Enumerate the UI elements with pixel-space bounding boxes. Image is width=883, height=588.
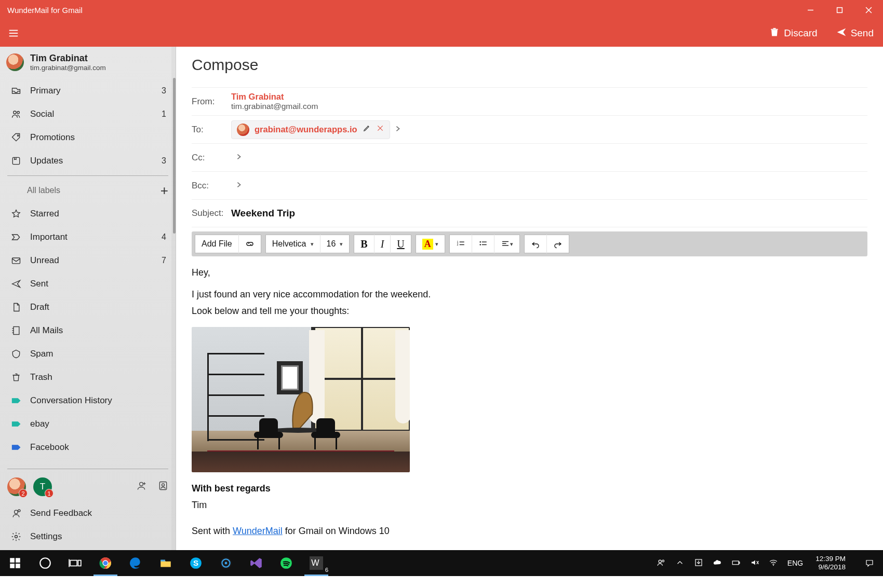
tray-battery-icon[interactable]	[731, 558, 741, 569]
taskbar-edge[interactable]	[121, 550, 151, 576]
underline-button[interactable]: U	[390, 235, 410, 253]
badge: 1	[45, 489, 53, 498]
sidebar-item-conversation-history[interactable]: Conversation History	[0, 389, 176, 412]
contacts-button[interactable]	[158, 481, 168, 493]
wundermail-link[interactable]: WunderMail	[233, 526, 283, 536]
sidebar-item-label: All Mails	[30, 325, 166, 336]
recipient-chip[interactable]: grabinat@wunderapps.io	[231, 120, 390, 139]
taskbar-explorer[interactable]	[151, 550, 181, 576]
redo-button[interactable]	[546, 235, 569, 253]
tray-overflow-icon[interactable]	[675, 558, 685, 569]
scrollbar-thumb[interactable]	[173, 78, 176, 234]
taskbar-app-circle[interactable]	[211, 550, 241, 576]
taskbar-wundermail[interactable]: W 6	[301, 550, 331, 576]
svg-rect-45	[78, 560, 81, 566]
account-chip-1[interactable]: 2	[7, 477, 26, 496]
sidebar-item-spam[interactable]: Spam	[0, 342, 176, 365]
sidebar-item-label: Send Feedback	[30, 508, 166, 518]
from-name: Tim Grabinat	[231, 92, 318, 102]
sidebar-item-important[interactable]: Important 4	[0, 225, 176, 249]
svg-point-60	[659, 560, 661, 563]
tray-wifi-icon[interactable]	[769, 558, 778, 569]
sidebar-item-count: 1	[162, 110, 166, 119]
add-file-button[interactable]: Add File	[195, 235, 238, 253]
subject-row[interactable]: Subject: Weekend Trip	[192, 199, 867, 227]
bold-button[interactable]: B	[354, 235, 373, 253]
text-color-button[interactable]: A ▾	[416, 235, 445, 253]
send-feedback-item[interactable]: Send Feedback	[0, 501, 176, 525]
sidebar-item-sent[interactable]: Sent	[0, 272, 176, 295]
font-size-select[interactable]: 16▾	[320, 235, 350, 253]
window-close-button[interactable]	[854, 0, 883, 20]
expand-cc-icon[interactable]	[236, 153, 242, 163]
window-maximize-button[interactable]	[825, 0, 854, 20]
tray-clock[interactable]: 12:39 PM 9/6/2018	[812, 555, 849, 571]
remove-recipient-icon[interactable]	[376, 124, 384, 135]
sidebar-item-trash[interactable]: Trash	[0, 365, 176, 389]
tray-language[interactable]: ENG	[787, 559, 803, 567]
taskbar-spotify[interactable]	[271, 550, 301, 576]
align-button[interactable]: ▾	[494, 235, 519, 253]
sidebar-item-facebook[interactable]: Facebook	[0, 435, 176, 459]
sidebar-scrollbar[interactable]	[171, 47, 176, 550]
hamburger-menu-button[interactable]	[0, 28, 27, 39]
sidebar-item-starred[interactable]: Starred	[0, 202, 176, 225]
tray-people-icon[interactable]	[657, 558, 666, 569]
svg-text:2: 2	[457, 243, 459, 246]
font-name: Helvetica	[272, 239, 306, 249]
account-header[interactable]: Tim Grabinat tim.grabinat@gmail.com	[0, 47, 176, 75]
send-button[interactable]: Send	[827, 27, 883, 40]
from-email: tim.grabinat@gmail.com	[231, 102, 318, 111]
sidebar-item-updates[interactable]: Updates 3	[0, 149, 176, 172]
tray-onedrive-icon[interactable]	[713, 558, 722, 569]
sidebar-item-all-mails[interactable]: All Mails	[0, 319, 176, 342]
all-labels-row[interactable]: All labels +	[0, 179, 176, 202]
sidebar-item-unread[interactable]: Unread 7	[0, 249, 176, 272]
subject-value[interactable]: Weekend Trip	[231, 208, 295, 219]
attached-image[interactable]	[192, 327, 410, 472]
taskbar-visual-studio[interactable]	[241, 550, 271, 576]
svg-rect-44	[70, 560, 77, 566]
body-greeting: Hey,	[192, 266, 867, 279]
cc-row[interactable]: Cc:	[192, 143, 867, 171]
window-minimize-button[interactable]	[796, 0, 825, 20]
undo-button[interactable]	[525, 235, 546, 253]
add-account-button[interactable]	[136, 481, 146, 493]
start-button[interactable]	[0, 550, 30, 576]
sidebar-item-social[interactable]: Social 1	[0, 102, 176, 126]
expand-to-icon[interactable]	[395, 125, 400, 135]
insert-link-button[interactable]	[238, 235, 261, 253]
svg-rect-51	[160, 560, 165, 562]
to-row: To: grabinat@wunderapps.io	[192, 115, 867, 143]
svg-rect-63	[732, 561, 739, 565]
body-signature: Tim	[192, 498, 867, 512]
to-label: To:	[192, 125, 231, 135]
account-chip-2[interactable]: T1	[33, 477, 52, 496]
numbered-list-button[interactable]: 12	[450, 235, 472, 253]
send-label: Send	[851, 28, 874, 39]
font-family-select[interactable]: Helvetica▾	[266, 235, 320, 253]
settings-item[interactable]: Settings	[0, 525, 176, 548]
bulleted-list-button[interactable]	[472, 235, 494, 253]
chevron-down-icon: ▾	[435, 241, 438, 248]
from-value[interactable]: Tim Grabinat tim.grabinat@gmail.com	[231, 92, 318, 111]
italic-button[interactable]: I	[374, 235, 391, 253]
expand-bcc-icon[interactable]	[236, 181, 242, 191]
email-body-editor[interactable]: Hey, I just found an very nice accommoda…	[192, 256, 867, 550]
tray-action-center-icon[interactable]	[858, 558, 881, 568]
tray-volume-icon[interactable]	[750, 558, 759, 569]
bcc-row[interactable]: Bcc:	[192, 171, 867, 199]
add-label-button[interactable]: +	[160, 183, 168, 199]
sidebar-item-primary[interactable]: Primary 3	[0, 79, 176, 102]
sidebar-item-promotions[interactable]: Promotions	[0, 126, 176, 149]
tray-update-icon[interactable]	[694, 558, 703, 569]
sidebar-item-ebay[interactable]: ebay	[0, 412, 176, 435]
taskbar-chrome[interactable]	[90, 550, 121, 576]
edit-recipient-icon[interactable]	[363, 124, 371, 135]
task-view-button[interactable]	[60, 550, 90, 576]
taskbar-skype[interactable]: S	[181, 550, 211, 576]
cortana-button[interactable]	[30, 550, 60, 576]
star-icon	[9, 209, 23, 219]
sidebar-item-draft[interactable]: Draft	[0, 295, 176, 319]
discard-button[interactable]: Discard	[760, 27, 826, 40]
